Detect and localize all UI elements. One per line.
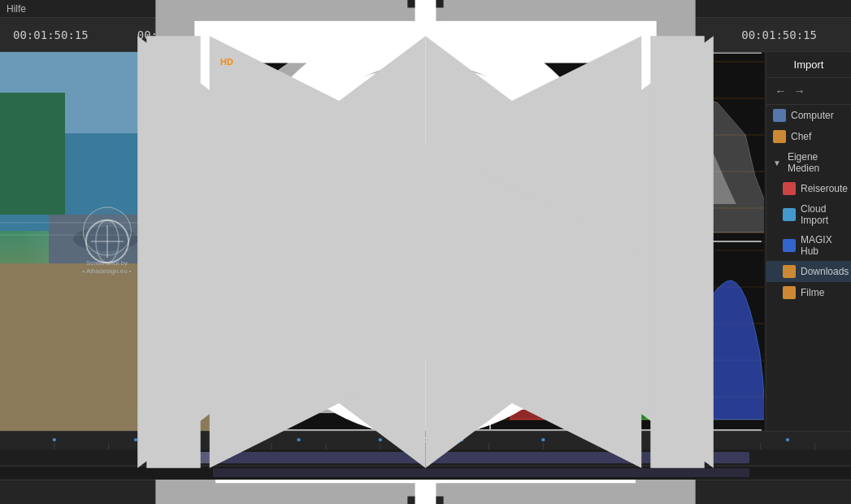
vectorscope-label: HD <box>220 57 233 67</box>
skip-to-end-button[interactable] <box>477 483 497 502</box>
svg-marker-125 <box>210 36 641 467</box>
transport-bar: [ ] ▶ <box>0 480 851 504</box>
